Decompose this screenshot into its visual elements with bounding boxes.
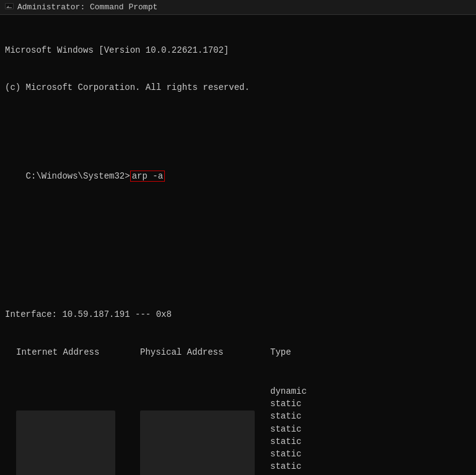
type-list-1: dynamic static static static static stat…	[270, 385, 307, 473]
svg-rect-3	[9, 7, 12, 8]
type-item: static	[270, 410, 307, 422]
col-internet-header1: Internet Address	[16, 346, 140, 358]
interface1-section: Interface: 10.59.187.191 --- 0x8 Interne…	[5, 283, 471, 475]
internet-blurred-1	[16, 385, 140, 475]
command-box: arp -a	[130, 171, 165, 182]
interface1-header: Interface: 10.59.187.191 --- 0x8	[5, 308, 471, 321]
terminal-body: Microsoft Windows [Version 10.0.22621.17…	[0, 15, 476, 475]
title-bar: Administrator: Command Prompt	[0, 0, 476, 15]
col-physical-header1: Physical Address	[140, 346, 270, 358]
command-line: C:\Windows\System32>arp -a	[5, 157, 471, 195]
title-bar-icon	[5, 3, 14, 12]
interface1-columns: Internet Address Physical Address Type	[5, 346, 471, 358]
interface1-data: dynamic static static static static stat…	[5, 385, 471, 475]
physical-blurred-1	[140, 385, 270, 475]
type-item: static	[270, 423, 307, 435]
title-text: Administrator: Command Prompt	[17, 2, 157, 12]
col-type-header1: Type	[270, 346, 291, 358]
type-item: static	[270, 397, 307, 410]
prompt-prefix: C:\Windows\System32>	[26, 171, 130, 181]
header-line2: (c) Microsoft Corporation. All rights re…	[5, 81, 471, 94]
header-line1: Microsoft Windows [Version 10.0.22621.17…	[5, 44, 471, 56]
type-item: static	[270, 435, 307, 448]
type-item: static	[270, 448, 307, 460]
type-item: dynamic	[270, 385, 307, 397]
type-item: static	[270, 460, 307, 473]
